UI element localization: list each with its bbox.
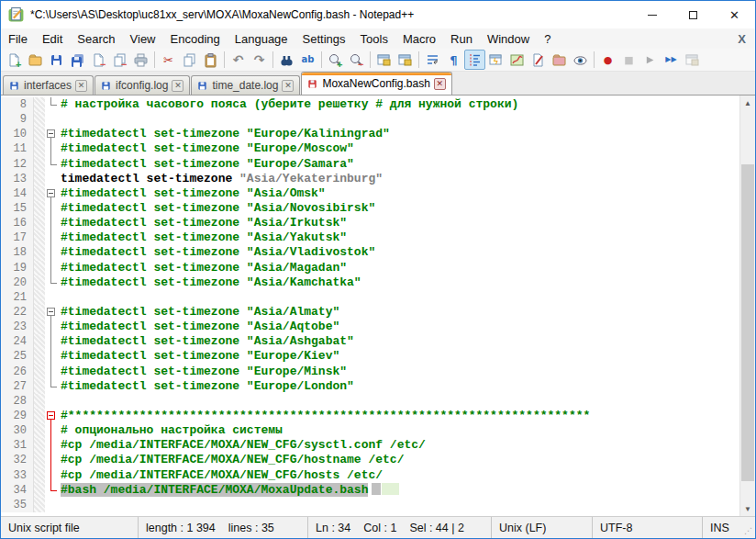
code-text[interactable]: #timedatectl set-timezone "Europe/Kalini… — [57, 127, 739, 141]
code-line-11[interactable]: 11#timedatectl set-timezone "Europe/Mosc… — [1, 141, 739, 156]
fold-marker-mid[interactable] — [45, 201, 57, 216]
line-number[interactable]: 8 — [1, 97, 34, 112]
code-line-17[interactable]: 17#timedatectl set-timezone "Asia/Yakuts… — [1, 230, 739, 245]
line-number[interactable]: 20 — [1, 275, 34, 290]
code-text[interactable]: #timedatectl set-timezone "Asia/Yakutsk" — [57, 230, 739, 245]
bookmark-margin[interactable] — [34, 97, 45, 112]
macro-run-multiple-button[interactable]: ▶▶ — [661, 50, 682, 70]
bookmark-margin[interactable] — [34, 245, 45, 260]
bookmark-margin[interactable] — [34, 141, 45, 156]
line-number[interactable]: 31 — [1, 438, 34, 453]
code-line-8[interactable]: 8# настройка часового пояса (уберите реш… — [1, 97, 739, 112]
fold-marker-start[interactable] — [45, 305, 57, 320]
menu-item-encoding[interactable]: Encoding — [163, 30, 228, 48]
scrollbar-track[interactable] — [740, 110, 755, 501]
fold-marker-mid[interactable] — [45, 453, 57, 467]
code-text[interactable] — [57, 290, 739, 305]
code-line-24[interactable]: 24#timedatectl set-timezone "Asia/Ashgab… — [1, 334, 739, 349]
fold-marker-mid[interactable] — [45, 334, 57, 349]
menu-item-tools[interactable]: Tools — [353, 30, 395, 48]
bookmark-margin[interactable] — [34, 230, 45, 245]
line-number[interactable]: 34 — [1, 483, 34, 498]
bookmark-margin[interactable] — [34, 172, 45, 186]
line-number[interactable]: 22 — [1, 305, 34, 320]
macro-record-button[interactable]: ● — [597, 50, 618, 70]
copy-button[interactable] — [179, 50, 200, 70]
bookmark-margin[interactable] — [34, 186, 45, 201]
line-number[interactable]: 33 — [1, 468, 34, 483]
code-text[interactable]: #timedatectl set-timezone "Europe/Minsk" — [57, 365, 739, 379]
bookmark-margin[interactable] — [34, 320, 45, 334]
code-line-13[interactable]: 13timedatectl set-timezone "Asia/Yekater… — [1, 172, 739, 186]
code-text[interactable]: timedatectl set-timezone "Asia/Yekaterin… — [57, 172, 739, 186]
save-button[interactable] — [46, 50, 67, 70]
code-line-33[interactable]: 33#cp /media/INTERFACE/MOXA/NEW_CFG/host… — [1, 468, 739, 483]
code-line-23[interactable]: 23#timedatectl set-timezone "Asia/Aqtobe… — [1, 320, 739, 334]
bookmark-margin[interactable] — [34, 423, 45, 438]
code-line-31[interactable]: 31#cp /media/INTERFACE/MOXA/NEW_CFG/sysc… — [1, 438, 739, 453]
bookmark-margin[interactable] — [34, 394, 45, 409]
macro-save-button[interactable] — [682, 50, 703, 70]
bookmark-margin[interactable] — [34, 438, 45, 453]
menu-item-macro[interactable]: Macro — [395, 30, 443, 48]
code-text[interactable]: # настройка часового пояса (уберите реше… — [57, 97, 739, 112]
fold-marker-mid[interactable] — [45, 365, 57, 379]
word-wrap-button[interactable] — [422, 50, 443, 70]
bookmark-margin[interactable] — [34, 453, 45, 467]
monitoring-button[interactable] — [570, 50, 591, 70]
tab-close-icon[interactable]: ✕ — [75, 80, 87, 92]
line-number[interactable]: 9 — [1, 112, 34, 127]
code-text[interactable]: #timedatectl set-timezone "Europe/Samara… — [57, 157, 739, 172]
line-number[interactable]: 29 — [1, 409, 34, 423]
code-text[interactable] — [57, 394, 739, 409]
code-line-20[interactable]: 20#timedatectl set-timezone "Asia/Kamcha… — [1, 275, 739, 290]
line-number[interactable]: 23 — [1, 320, 34, 334]
line-number[interactable]: 24 — [1, 334, 34, 349]
user-define-dialog-button[interactable]: ϟ — [485, 50, 506, 70]
code-text[interactable] — [57, 112, 739, 127]
code-text[interactable]: #timedatectl set-timezone "Asia/Irkutsk" — [57, 216, 739, 230]
line-number[interactable]: 30 — [1, 423, 34, 438]
document-map-button[interactable] — [506, 50, 528, 70]
code-text[interactable]: #cp /media/INTERFACE/MOXA/NEW_CFG/hostna… — [57, 453, 739, 467]
code-text[interactable]: #cp /media/INTERFACE/MOXA/NEW_CFG/hosts … — [57, 468, 739, 483]
zoom-in-button[interactable]: + — [325, 50, 346, 70]
show-all-characters-button[interactable]: ¶ — [443, 50, 464, 70]
line-number[interactable]: 12 — [1, 157, 34, 172]
line-number[interactable]: 13 — [1, 172, 34, 186]
code-text[interactable]: #***************************************… — [57, 409, 739, 423]
code-text[interactable]: #timedatectl set-timezone "Asia/Ashgabat… — [57, 334, 739, 349]
bookmark-margin[interactable] — [34, 379, 45, 394]
code-text[interactable]: #timedatectl set-timezone "Asia/Almaty" — [57, 305, 739, 320]
new-file-button[interactable]: + — [4, 50, 25, 70]
vertical-scrollbar[interactable]: ▲ ▼ — [739, 95, 755, 516]
fold-marker-start[interactable] — [45, 127, 57, 141]
code-line-35[interactable]: 35 — [1, 498, 739, 512]
sync-vertical-scrolling-button[interactable] — [373, 50, 395, 70]
bookmark-margin[interactable] — [34, 334, 45, 349]
scroll-up-arrow-icon[interactable]: ▲ — [740, 95, 755, 110]
code-text[interactable]: #timedatectl set-timezone "Asia/Kamchatk… — [57, 275, 739, 290]
tab-moxanewconfig-bash[interactable]: MoxaNewConfig.bash✕ — [301, 72, 451, 95]
code-text[interactable]: #timedatectl set-timezone "Europe/Kiev" — [57, 349, 739, 364]
line-number[interactable]: 16 — [1, 216, 34, 230]
fold-marker-mid[interactable] — [45, 423, 57, 438]
bookmark-margin[interactable] — [34, 216, 45, 230]
bookmark-margin[interactable] — [34, 290, 45, 305]
code-pane[interactable]: 8# настройка часового пояса (уберите реш… — [1, 95, 739, 516]
tab-ifconfig-log[interactable]: ifconfig.log✕ — [94, 75, 190, 95]
fold-marker-end[interactable] — [45, 275, 57, 290]
line-number[interactable]: 14 — [1, 186, 34, 201]
bookmark-margin[interactable] — [34, 305, 45, 320]
code-line-29[interactable]: 29#*************************************… — [1, 409, 739, 423]
scroll-down-arrow-icon[interactable]: ▼ — [740, 501, 755, 516]
menu-item-file[interactable]: File — [1, 30, 35, 48]
menu-item-run[interactable]: Run — [443, 30, 480, 48]
line-number[interactable]: 18 — [1, 245, 34, 260]
code-line-32[interactable]: 32#cp /media/INTERFACE/MOXA/NEW_CFG/host… — [1, 453, 739, 467]
code-line-26[interactable]: 26#timedatectl set-timezone "Europe/Mins… — [1, 365, 739, 379]
code-line-10[interactable]: 10#timedatectl set-timezone "Europe/Kali… — [1, 127, 739, 141]
status-eol-format[interactable]: Unix (LF) — [492, 517, 593, 538]
code-line-27[interactable]: 27#timedatectl set-timezone "Europe/Lond… — [1, 379, 739, 394]
paste-button[interactable] — [200, 50, 221, 70]
